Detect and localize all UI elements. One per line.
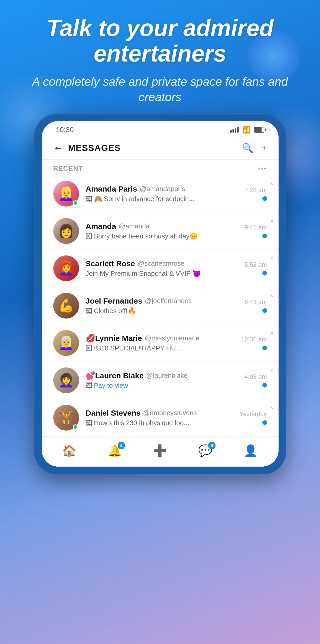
message-header: Daniel Stevens @dmoneystevens bbox=[86, 409, 236, 417]
unread-indicator bbox=[262, 383, 267, 388]
message-content: Amanda @amanda 🖼 Sorry babe been so busy… bbox=[86, 222, 241, 240]
back-button[interactable]: ← bbox=[53, 142, 64, 154]
message-header: Amanda @amanda bbox=[86, 222, 241, 231]
message-meta: 7:28 am bbox=[245, 186, 267, 201]
message-content: 💋Lynnie Marie @misslynniemarie 🖼 ‼️$10 S… bbox=[86, 334, 238, 352]
message-time: 9:41 am bbox=[245, 224, 267, 231]
message-preview: 🖼 Pay to view bbox=[86, 382, 241, 390]
avatar-wrap: 👩‍🦳 bbox=[53, 330, 79, 356]
message-time: Yesterday bbox=[240, 410, 267, 418]
message-meta: 5:52 am bbox=[245, 261, 267, 276]
home-icon: 🏠 bbox=[62, 444, 76, 457]
message-meta: Yesterday bbox=[240, 410, 267, 425]
section-header: RECENT ••• bbox=[42, 160, 279, 175]
contact-name: Daniel Stevens bbox=[86, 409, 141, 417]
header-actions: 🔍 + bbox=[242, 143, 267, 153]
message-time: 12:35 am bbox=[241, 336, 267, 343]
list-item[interactable]: 👩‍🦱 💕Lauren Blake @laurenblake 🖼 Pay to … bbox=[42, 362, 279, 399]
contact-handle: @amandaparis bbox=[140, 185, 185, 193]
online-indicator bbox=[73, 424, 78, 430]
avatar-wrap: 👩‍🦰 bbox=[53, 255, 79, 281]
contact-handle: @misslynniemarie bbox=[145, 334, 200, 342]
profile-icon: 👤 bbox=[244, 444, 258, 457]
list-item[interactable]: 👱‍♀️ Amanda Paris @amandaparis 🖼 🙈 Sorry… bbox=[42, 175, 279, 212]
page-title: MESSAGES bbox=[68, 143, 242, 153]
wifi-icon: 📶 bbox=[242, 126, 250, 134]
unread-indicator bbox=[262, 308, 267, 313]
search-icon[interactable]: 🔍 bbox=[242, 143, 254, 153]
unread-indicator bbox=[262, 234, 267, 238]
nav-item-messages[interactable]: 💬 8 bbox=[193, 442, 218, 459]
message-time: 4:03 am bbox=[245, 373, 267, 380]
list-item[interactable]: 👩‍🦳 💋Lynnie Marie @misslynniemarie 🖼 ‼️$… bbox=[42, 324, 279, 362]
list-item[interactable]: 👩 Amanda @amanda 🖼 Sorry babe been so bu… bbox=[42, 212, 279, 250]
avatar-wrap: 👱‍♀️ bbox=[53, 181, 79, 207]
contact-name: Scarlett Rose bbox=[86, 259, 135, 268]
avatar: 👩‍🦱 bbox=[53, 367, 79, 393]
contact-name: 💋Lynnie Marie bbox=[86, 334, 142, 343]
messages-badge: 8 bbox=[208, 442, 215, 449]
hero-subtitle: A completely safe and private space for … bbox=[21, 74, 299, 105]
unread-indicator bbox=[262, 196, 267, 201]
nav-item-home[interactable]: 🏠 bbox=[57, 442, 82, 459]
message-header: Amanda Paris @amandaparis bbox=[86, 185, 241, 193]
message-preview: 🖼 Clothes off!🔥 bbox=[86, 307, 241, 315]
avatar-wrap: 💪 bbox=[53, 293, 79, 319]
contact-name: 💕Lauren Blake bbox=[86, 371, 144, 380]
contact-handle: @amanda bbox=[119, 222, 150, 230]
nav-item-profile[interactable]: 👤 bbox=[238, 442, 263, 459]
message-header: 💋Lynnie Marie @misslynniemarie bbox=[86, 334, 238, 343]
notifications-badge: 4 bbox=[118, 442, 125, 449]
online-indicator bbox=[73, 200, 78, 205]
message-content: Scarlett Rose @scarlettmrose Join My Pre… bbox=[86, 259, 241, 278]
list-item[interactable]: 💪 Joel Fernandes @joelfernandes 🖼 Clothe… bbox=[42, 287, 279, 324]
pay-to-view-label: Pay to view bbox=[94, 382, 128, 390]
message-time: 7:28 am bbox=[245, 186, 267, 194]
signal-icon bbox=[230, 127, 239, 133]
unread-indicator bbox=[262, 271, 267, 276]
dismiss-button[interactable]: × bbox=[270, 366, 274, 374]
message-preview: 🖼 How's this 230 lb physique loo... bbox=[86, 419, 236, 427]
list-item[interactable]: 🏋️ Daniel Stevens @dmoneystevens 🖼 How's… bbox=[42, 399, 279, 436]
message-preview: 🖼 🙈 Sorry in advance for seducin... bbox=[86, 195, 241, 203]
hero-section: Talk to your admired entertainers A comp… bbox=[0, 15, 320, 105]
message-meta: 6:43 am bbox=[245, 298, 267, 313]
messages-list: 👱‍♀️ Amanda Paris @amandaparis 🖼 🙈 Sorry… bbox=[42, 175, 279, 436]
avatar: 👩‍🦳 bbox=[53, 330, 79, 356]
dismiss-button[interactable]: × bbox=[270, 404, 274, 412]
nav-item-create[interactable]: ➕ bbox=[148, 442, 172, 459]
message-meta: 12:35 am bbox=[241, 336, 267, 350]
avatar: 💪 bbox=[53, 293, 79, 319]
create-icon: ➕ bbox=[153, 444, 167, 457]
hero-title: Talk to your admired entertainers bbox=[21, 15, 299, 66]
contact-name: Joel Fernandes bbox=[86, 297, 142, 305]
more-options-button[interactable]: ••• bbox=[258, 164, 267, 173]
unread-indicator bbox=[262, 346, 267, 350]
message-content: Joel Fernandes @joelfernandes 🖼 Clothes … bbox=[86, 297, 241, 315]
phone-frame: 10:30 📶 ← MESSAGES bbox=[34, 113, 286, 474]
message-content: 💕Lauren Blake @laurenblake 🖼 Pay to view bbox=[86, 371, 241, 390]
dismiss-button[interactable]: × bbox=[270, 180, 274, 188]
add-message-icon[interactable]: + bbox=[261, 143, 267, 153]
contact-handle: @scarlettmrose bbox=[137, 260, 184, 268]
message-header: 💕Lauren Blake @laurenblake bbox=[86, 371, 241, 380]
status-icons: 📶 bbox=[230, 126, 264, 134]
bottom-navigation: 🏠 🔔 4 ➕ 💬 8 👤 bbox=[42, 436, 279, 467]
avatar: 👩 bbox=[53, 218, 79, 244]
contact-handle: @joelfernandes bbox=[145, 297, 192, 305]
nav-item-notifications[interactable]: 🔔 4 bbox=[102, 442, 127, 459]
message-preview: 🖼 Sorry babe been so busy all day😞 bbox=[86, 232, 241, 240]
message-meta: 9:41 am bbox=[245, 224, 267, 238]
battery-icon bbox=[254, 127, 264, 133]
message-header: Joel Fernandes @joelfernandes bbox=[86, 297, 241, 305]
dismiss-button[interactable]: × bbox=[270, 329, 274, 337]
contact-name: Amanda bbox=[86, 222, 116, 231]
contact-handle: @dmoneystevens bbox=[143, 409, 197, 417]
message-preview: 🖼 ‼️$10 SPECIAL‼️HAPPY HU... bbox=[86, 344, 238, 352]
message-time: 5:52 am bbox=[245, 261, 267, 268]
contact-name: Amanda Paris bbox=[86, 185, 137, 193]
dismiss-button[interactable]: × bbox=[270, 292, 274, 300]
dismiss-button[interactable]: × bbox=[270, 217, 274, 225]
dismiss-button[interactable]: × bbox=[270, 254, 274, 262]
list-item[interactable]: 👩‍🦰 Scarlett Rose @scarlettmrose Join My… bbox=[42, 250, 279, 287]
